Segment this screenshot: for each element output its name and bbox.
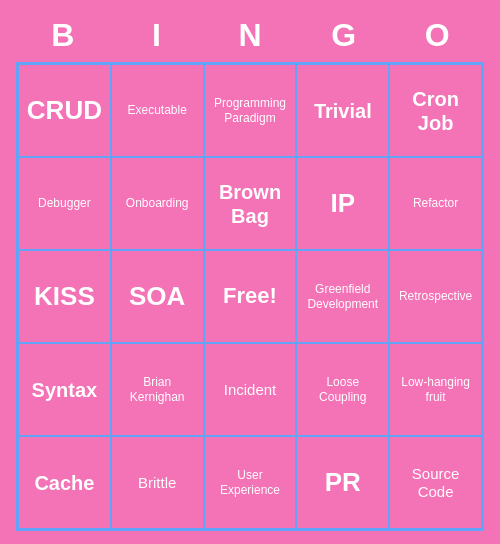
bingo-cell-24[interactable]: Source Code [389, 436, 482, 529]
bingo-cell-10[interactable]: KISS [18, 250, 111, 343]
cell-text-16: Brian Kernighan [116, 375, 199, 404]
bingo-cell-12[interactable]: Free! [204, 250, 297, 343]
cell-text-12: Free! [223, 283, 277, 309]
bingo-letter-b: B [16, 13, 110, 58]
bingo-cell-21[interactable]: Brittle [111, 436, 204, 529]
cell-text-14: Retrospective [399, 289, 472, 303]
cell-text-19: Low-hanging fruit [394, 375, 477, 404]
cell-text-15: Syntax [32, 378, 98, 402]
bingo-cell-3[interactable]: Trivial [296, 64, 389, 157]
cell-text-2: Programming Paradigm [209, 96, 292, 125]
cell-text-3: Trivial [314, 99, 372, 123]
cell-text-21: Brittle [138, 474, 176, 492]
bingo-cell-19[interactable]: Low-hanging fruit [389, 343, 482, 436]
cell-text-18: Loose Coupling [301, 375, 384, 404]
bingo-cell-9[interactable]: Refactor [389, 157, 482, 250]
bingo-letter-n: N [203, 13, 297, 58]
cell-text-23: PR [325, 467, 361, 498]
bingo-card: BINGO CRUDExecutableProgramming Paradigm… [10, 7, 490, 537]
cell-text-11: SOA [129, 281, 185, 312]
cell-text-8: IP [331, 188, 356, 219]
bingo-cell-22[interactable]: User Experience [204, 436, 297, 529]
bingo-header: BINGO [16, 13, 484, 58]
bingo-cell-14[interactable]: Retrospective [389, 250, 482, 343]
bingo-cell-13[interactable]: Greenfield Development [296, 250, 389, 343]
bingo-cell-4[interactable]: Cron Job [389, 64, 482, 157]
cell-text-10: KISS [34, 281, 95, 312]
bingo-cell-17[interactable]: Incident [204, 343, 297, 436]
bingo-cell-2[interactable]: Programming Paradigm [204, 64, 297, 157]
bingo-cell-8[interactable]: IP [296, 157, 389, 250]
cell-text-22: User Experience [209, 468, 292, 497]
cell-text-4: Cron Job [394, 87, 477, 135]
cell-text-1: Executable [128, 103, 187, 117]
bingo-letter-g: G [297, 13, 391, 58]
cell-text-7: Brown Bag [209, 180, 292, 228]
bingo-letter-o: O [390, 13, 484, 58]
cell-text-9: Refactor [413, 196, 458, 210]
bingo-cell-11[interactable]: SOA [111, 250, 204, 343]
cell-text-24: Source Code [394, 465, 477, 501]
bingo-grid: CRUDExecutableProgramming ParadigmTrivia… [16, 62, 484, 531]
bingo-letter-i: I [110, 13, 204, 58]
bingo-cell-15[interactable]: Syntax [18, 343, 111, 436]
bingo-cell-16[interactable]: Brian Kernighan [111, 343, 204, 436]
cell-text-6: Onboarding [126, 196, 189, 210]
bingo-cell-23[interactable]: PR [296, 436, 389, 529]
cell-text-20: Cache [34, 471, 94, 495]
bingo-cell-5[interactable]: Debugger [18, 157, 111, 250]
bingo-cell-6[interactable]: Onboarding [111, 157, 204, 250]
cell-text-0: CRUD [27, 95, 102, 126]
cell-text-17: Incident [224, 381, 277, 399]
cell-text-13: Greenfield Development [301, 282, 384, 311]
bingo-cell-7[interactable]: Brown Bag [204, 157, 297, 250]
bingo-cell-20[interactable]: Cache [18, 436, 111, 529]
bingo-cell-18[interactable]: Loose Coupling [296, 343, 389, 436]
bingo-cell-0[interactable]: CRUD [18, 64, 111, 157]
bingo-cell-1[interactable]: Executable [111, 64, 204, 157]
cell-text-5: Debugger [38, 196, 91, 210]
